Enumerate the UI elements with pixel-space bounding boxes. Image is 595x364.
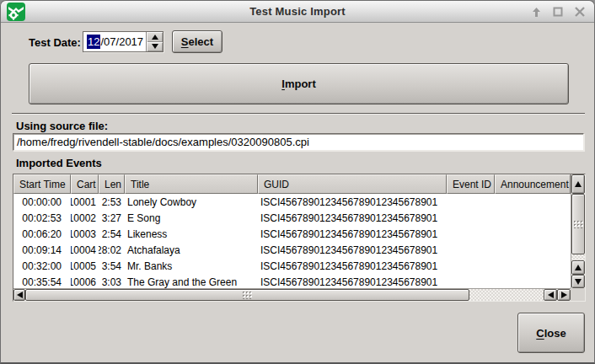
cell-len: 3:27	[99, 210, 125, 226]
cell-guid: ISCI4567890123456789012345678901	[258, 210, 447, 226]
thumb-grip	[242, 291, 253, 299]
spin-down-icon	[152, 44, 158, 49]
scroll-up-button[interactable]	[571, 174, 585, 194]
cell-start-time: 00:35:54	[13, 274, 71, 288]
select-button-mnemonic: S	[181, 35, 189, 48]
listview-body: 00:00:00 10001 2:53 Lonely Cowboy ISCI45…	[13, 194, 571, 288]
cell-len: 2:54	[99, 226, 125, 242]
cell-cart: 10003	[71, 226, 99, 242]
cell-title: Atchafalaya	[125, 242, 258, 258]
scroll-up-button-bottom[interactable]	[571, 260, 585, 275]
imported-events-listview: Start Time Cart Len Title GUID Event ID …	[13, 174, 586, 302]
cell-announcement	[495, 194, 571, 210]
scroll-up-icon	[575, 181, 582, 187]
cell-guid: ISCI4567890123456789012345678901	[258, 194, 447, 210]
titlebar[interactable]: Test Music Import	[1, 1, 594, 23]
cell-start-time: 00:32:00	[13, 258, 71, 274]
import-button-label: mport	[285, 78, 316, 90]
table-row[interactable]: 00:32:00 10005 3:54 Mr. Banks ISCI456789…	[13, 258, 571, 274]
cell-start-time: 00:06:20	[13, 226, 71, 242]
date-selected-segment: 12	[87, 35, 100, 49]
scroll-right-button[interactable]	[557, 289, 571, 301]
cell-announcement	[495, 274, 571, 288]
scroll-up-icon	[575, 265, 582, 270]
cell-title: The Gray and the Green	[125, 274, 258, 288]
shade-window-icon[interactable]	[530, 6, 542, 18]
import-button[interactable]: Import	[29, 63, 569, 104]
column-header-guid[interactable]: GUID	[258, 174, 447, 194]
close-button-mnemonic: C	[536, 327, 544, 340]
cell-len: 3:54	[99, 258, 125, 274]
date-spin-down-button[interactable]	[147, 42, 163, 52]
vertical-scrollbar	[571, 174, 585, 288]
test-date-label: Test Date:	[29, 36, 81, 49]
cell-event-id	[447, 194, 495, 210]
close-window-icon[interactable]	[574, 6, 586, 18]
cell-guid: ISCI4567890123456789012345678901	[258, 226, 447, 242]
cell-title: Mr. Banks	[125, 258, 258, 274]
cell-event-id	[447, 258, 495, 274]
cell-start-time: 00:09:14	[13, 242, 71, 258]
test-date-spinbox[interactable]: 12/07/2017	[83, 31, 163, 52]
horizontal-scrollbar-thumb[interactable]	[25, 289, 469, 301]
scroll-down-icon	[575, 279, 582, 285]
column-header-cart[interactable]: Cart	[71, 174, 99, 194]
cell-event-id	[447, 226, 495, 242]
cell-start-time: 00:02:53	[13, 210, 71, 226]
scroll-down-button[interactable]	[571, 275, 585, 288]
select-button-label: elect	[189, 35, 214, 48]
cell-cart: 10005	[71, 258, 99, 274]
table-row[interactable]: 00:09:14 10004 28:02 Atchafalaya ISCI456…	[13, 242, 571, 258]
cell-cart: 10001	[71, 194, 99, 210]
imported-events-label: Imported Events	[16, 157, 102, 169]
vertical-scrollbar-track[interactable]	[571, 254, 585, 260]
scrollbar-corner	[571, 288, 585, 301]
scroll-left-button-right[interactable]	[544, 289, 557, 301]
date-rest-segment: /07/2017	[100, 35, 143, 48]
date-spin-up-button[interactable]	[147, 32, 163, 42]
cell-start-time: 00:00:00	[13, 194, 71, 210]
horizontal-scrollbar	[13, 288, 571, 301]
select-button[interactable]: Select	[172, 30, 222, 53]
close-button[interactable]: Close	[517, 313, 585, 353]
rivendell-app-icon	[7, 3, 25, 21]
scroll-right-icon	[561, 292, 567, 298]
scroll-left-button[interactable]	[13, 289, 25, 301]
horizontal-separator	[12, 113, 585, 115]
thumb-grip	[573, 220, 584, 228]
close-button-label: lose	[544, 327, 566, 340]
cell-len: 28:02	[99, 242, 125, 258]
cell-guid: ISCI4567890123456789012345678901	[258, 274, 447, 288]
source-file-label: Using source file:	[16, 120, 108, 132]
column-header-event-id[interactable]: Event ID	[447, 174, 495, 194]
column-header-start-time[interactable]: Start Time	[13, 174, 71, 194]
column-header-title[interactable]: Title	[125, 174, 258, 194]
cell-title: Likeness	[125, 226, 258, 242]
vertical-scrollbar-thumb[interactable]	[571, 194, 585, 254]
table-row[interactable]: 00:02:53 10002 3:27 E Song ISCI456789012…	[13, 210, 571, 226]
table-row[interactable]: 00:35:54 10006 3:03 The Gray and the Gre…	[13, 274, 571, 288]
scroll-left-icon	[17, 292, 23, 298]
test-date-value[interactable]: 12/07/2017	[83, 32, 146, 51]
cell-guid: ISCI4567890123456789012345678901	[258, 258, 447, 274]
cell-announcement	[495, 226, 571, 242]
cell-event-id	[447, 242, 495, 258]
horizontal-scrollbar-track[interactable]	[469, 289, 544, 301]
window-title: Test Music Import	[1, 5, 594, 18]
cell-event-id	[447, 210, 495, 226]
dialog-window: Test Music Import Test Date: 12/07/2017 …	[0, 0, 595, 364]
cell-announcement	[495, 210, 571, 226]
cell-len: 2:53	[99, 194, 125, 210]
listview-header: Start Time Cart Len Title GUID Event ID …	[13, 174, 571, 194]
maximize-window-icon[interactable]	[552, 6, 564, 18]
source-file-field[interactable]: /home/fredg/rivendell-stable/docs/exampl…	[13, 133, 584, 151]
column-header-announcement[interactable]: Announcement	[495, 174, 571, 194]
cell-title: Lonely Cowboy	[125, 194, 258, 210]
table-row[interactable]: 00:00:00 10001 2:53 Lonely Cowboy ISCI45…	[13, 194, 571, 210]
cell-title: E Song	[125, 210, 258, 226]
spin-up-icon	[152, 35, 158, 40]
table-row[interactable]: 00:06:20 10003 2:54 Likeness ISCI4567890…	[13, 226, 571, 242]
column-header-len[interactable]: Len	[99, 174, 125, 194]
cell-announcement	[495, 242, 571, 258]
cell-cart: 10006	[71, 274, 99, 288]
